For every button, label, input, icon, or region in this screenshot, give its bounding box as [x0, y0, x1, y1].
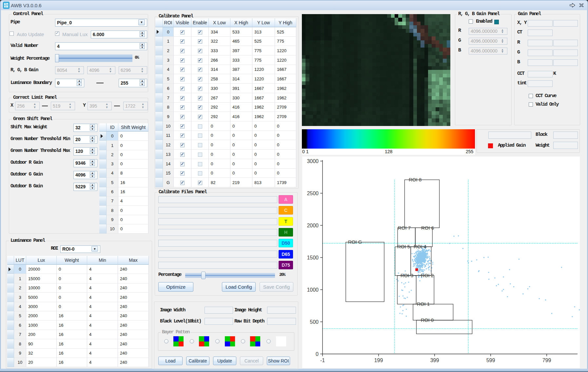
svg-text:ROI 0: ROI 0 — [421, 317, 434, 323]
svg-text:-1: -1 — [320, 358, 325, 363]
svg-text:ROI 3: ROI 3 — [401, 273, 413, 278]
svg-text:799: 799 — [542, 358, 551, 363]
svg-text:ROI G: ROI G — [348, 239, 362, 245]
svg-text:ROI 1: ROI 1 — [417, 301, 430, 307]
svg-text:ROI 5: ROI 5 — [397, 244, 410, 249]
svg-text:2500: 2500 — [307, 191, 319, 196]
svg-text:3000: 3000 — [307, 158, 319, 164]
svg-text:0: 0 — [316, 351, 319, 357]
svg-text:ROI 2: ROI 2 — [421, 273, 434, 278]
svg-text:1500: 1500 — [307, 255, 319, 260]
svg-text:2000: 2000 — [307, 223, 319, 228]
svg-text:ROI 8: ROI 8 — [409, 177, 421, 182]
svg-text:ROI 7: ROI 7 — [398, 225, 411, 231]
svg-text:ROI 6: ROI 6 — [421, 225, 434, 231]
svg-text:1000: 1000 — [307, 287, 319, 293]
svg-text:399: 399 — [430, 358, 439, 363]
svg-text:ROI 4: ROI 4 — [414, 244, 426, 249]
svg-text:599: 599 — [486, 358, 495, 363]
svg-text:500: 500 — [310, 319, 319, 325]
svg-text:199: 199 — [374, 358, 383, 363]
